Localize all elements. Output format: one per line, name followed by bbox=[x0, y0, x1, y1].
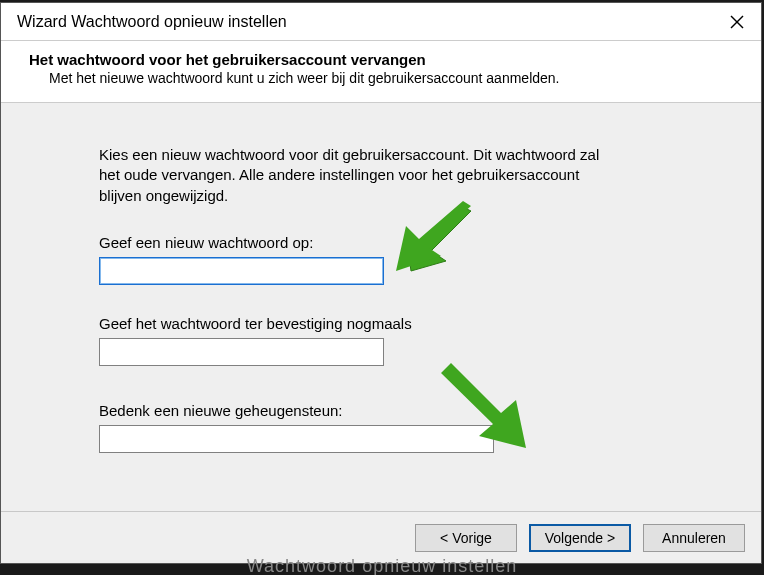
wizard-header-subtitle: Met het nieuwe wachtwoord kunt u zich we… bbox=[29, 70, 733, 86]
wizard-body: Kies een nieuw wachtwoord voor dit gebru… bbox=[1, 103, 761, 511]
next-button[interactable]: Volgende > bbox=[529, 524, 631, 552]
background-title-text: Wachtwoord opnieuw instellen bbox=[0, 556, 764, 575]
confirm-password-input[interactable] bbox=[99, 338, 384, 366]
new-password-input[interactable] bbox=[99, 257, 384, 285]
new-password-label: Geef een nieuw wachtwoord op: bbox=[99, 234, 691, 251]
titlebar: Wizard Wachtwoord opnieuw instellen bbox=[1, 3, 761, 41]
wizard-header: Het wachtwoord voor het gebruikersaccoun… bbox=[1, 41, 761, 103]
hint-label: Bedenk een nieuwe geheugensteun: bbox=[99, 402, 691, 419]
password-reset-wizard-dialog: Wizard Wachtwoord opnieuw instellen Het … bbox=[0, 2, 762, 564]
wizard-header-title: Het wachtwoord voor het gebruikersaccoun… bbox=[29, 51, 733, 68]
hint-input[interactable] bbox=[99, 425, 494, 453]
close-button[interactable] bbox=[713, 3, 761, 41]
window-title: Wizard Wachtwoord opnieuw instellen bbox=[17, 13, 713, 31]
close-icon bbox=[730, 15, 744, 29]
confirm-password-label: Geef het wachtwoord ter bevestiging nogm… bbox=[99, 315, 691, 332]
intro-text: Kies een nieuw wachtwoord voor dit gebru… bbox=[99, 145, 619, 206]
cancel-button[interactable]: Annuleren bbox=[643, 524, 745, 552]
back-button[interactable]: < Vorige bbox=[415, 524, 517, 552]
